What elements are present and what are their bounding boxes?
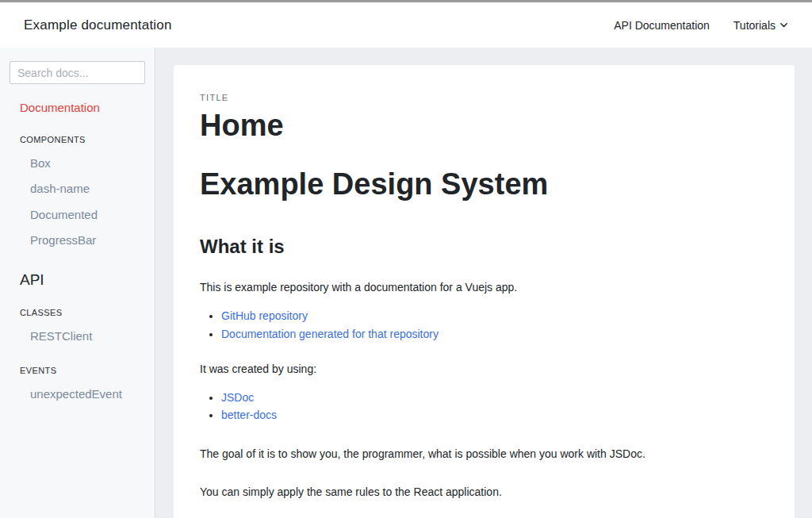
sidebar-events-list: unexpectedEvent (20, 385, 145, 403)
goal-paragraph: The goal of it is to show you, the progr… (200, 446, 768, 462)
top-nav: API Documentation Tutorials (614, 19, 788, 32)
section-heading-what-it-is: What it is (200, 236, 768, 258)
link-github-repository[interactable]: GitHub repository (221, 309, 308, 322)
content-shell: Documentation COMPONENTS Box dash-name D… (0, 48, 812, 518)
content-card: TITLE Home Example Design System What it… (174, 65, 795, 518)
intro-paragraph: This is example repository with a docume… (200, 279, 768, 296)
nav-api-documentation[interactable]: API Documentation (614, 19, 710, 32)
nav-tutorials-dropdown[interactable]: Tutorials (733, 19, 788, 32)
sidebar-heading-api: API (20, 271, 145, 289)
sidebar-item-box[interactable]: Box (20, 154, 145, 172)
list-item: ProgressBar (20, 231, 145, 249)
sidebar-nav: Documentation COMPONENTS Box dash-name D… (0, 84, 155, 404)
sidebar: Documentation COMPONENTS Box dash-name D… (0, 48, 155, 518)
sidebar-heading-components: COMPONENTS (20, 135, 145, 144)
sidebar-item-dash-name[interactable]: dash-name (20, 179, 145, 198)
list-item: unexpectedEvent (20, 385, 145, 403)
created-by-paragraph: It was created by using: (200, 361, 768, 378)
kicker-title: TITLE (200, 93, 768, 102)
header: Example documentation API Documentation … (0, 2, 812, 48)
sidebar-heading-classes: CLASSES (20, 308, 145, 317)
sidebar-item-documentation[interactable]: Documentation (20, 101, 145, 114)
sidebar-heading-events: EVENTS (20, 366, 145, 375)
list-item: Box (20, 154, 145, 172)
sidebar-item-unexpectedevent[interactable]: unexpectedEvent (20, 385, 145, 403)
repo-links-list: GitHub repository Documentation generate… (207, 307, 768, 343)
link-generated-documentation[interactable]: Documentation generated for that reposit… (221, 328, 439, 340)
list-item: RESTClient (20, 327, 145, 345)
sidebar-item-progressbar[interactable]: ProgressBar (20, 231, 145, 249)
search-input[interactable] (10, 61, 145, 84)
tool-links-list: JSDoc better-docs (207, 389, 768, 424)
list-item: GitHub repository (221, 307, 768, 325)
sidebar-classes-list: RESTClient (20, 327, 145, 345)
list-item: better-docs (221, 406, 768, 424)
link-jsdoc[interactable]: JSDoc (221, 391, 254, 404)
react-paragraph: You can simply apply the same rules to t… (200, 484, 768, 501)
main-area: TITLE Home Example Design System What it… (155, 48, 812, 518)
sidebar-item-documented[interactable]: Documented (20, 205, 145, 224)
sidebar-item-restclient[interactable]: RESTClient (20, 327, 145, 345)
nav-tutorials-label: Tutorials (733, 19, 776, 32)
link-better-docs[interactable]: better-docs (221, 409, 277, 421)
list-item: Documentation generated for that reposit… (221, 325, 768, 343)
brand-title: Example documentation (24, 17, 172, 33)
list-item: JSDoc (221, 389, 768, 407)
sidebar-components-list: Box dash-name Documented ProgressBar (20, 154, 145, 249)
list-item: Documented (20, 205, 145, 224)
chevron-down-icon (779, 21, 788, 29)
page-title: Home (200, 108, 768, 144)
list-item: dash-name (20, 179, 145, 198)
page-subtitle: Example Design System (200, 167, 768, 203)
